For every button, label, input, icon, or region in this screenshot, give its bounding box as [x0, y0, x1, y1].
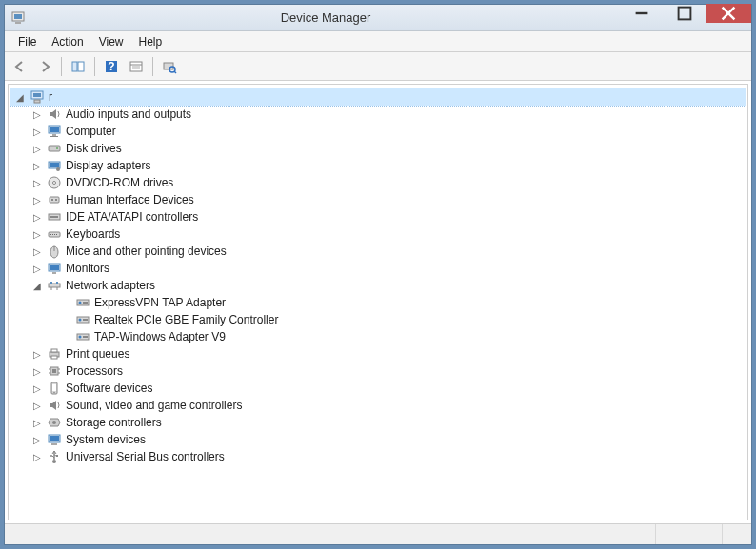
- tree-node-net-realtek[interactable]: ▷ Realtek PCIe GBE Family Controller: [10, 311, 746, 328]
- menu-help[interactable]: Help: [131, 33, 170, 50]
- storage-controller-icon: [47, 415, 62, 430]
- svg-rect-80: [56, 455, 58, 457]
- svg-point-77: [52, 460, 56, 463]
- tree-node-usb[interactable]: ▷ Universal Serial Bus controllers: [10, 448, 746, 465]
- expand-icon[interactable]: ▷: [31, 160, 43, 171]
- tree-node-ide[interactable]: ▷ IDE ATA/ATAPI controllers: [10, 208, 746, 225]
- svg-point-73: [52, 421, 56, 424]
- svg-rect-23: [52, 134, 56, 136]
- expand-icon[interactable]: ▷: [31, 263, 43, 274]
- expand-icon[interactable]: ▷: [31, 245, 43, 257]
- system-device-icon: [47, 432, 62, 447]
- svg-rect-22: [50, 127, 59, 132]
- menu-view[interactable]: View: [91, 33, 131, 50]
- svg-rect-33: [51, 199, 53, 201]
- sound-icon: [47, 398, 62, 413]
- svg-rect-34: [55, 199, 57, 201]
- expand-icon[interactable]: ▷: [31, 400, 43, 411]
- expand-icon[interactable]: ▷: [31, 177, 43, 188]
- svg-text:?: ?: [108, 60, 114, 73]
- tree-node-label: DVD/CD-ROM drives: [66, 176, 173, 189]
- tree-node-mice[interactable]: ▷ Mice and other pointing devices: [10, 243, 746, 260]
- tree-node-sound[interactable]: ▷ Sound, video and game controllers: [10, 397, 746, 414]
- expand-icon[interactable]: ▷: [31, 417, 43, 428]
- svg-rect-49: [56, 282, 58, 284]
- expand-icon[interactable]: ▷: [31, 108, 43, 120]
- svg-rect-71: [52, 384, 56, 391]
- desktop-icon: [47, 124, 62, 139]
- menu-action[interactable]: Action: [44, 33, 90, 50]
- tree-node-net-tapwindows[interactable]: ▷ TAP-Windows Adapter V9: [10, 328, 746, 345]
- expand-icon[interactable]: ▷: [31, 228, 43, 240]
- svg-line-17: [174, 71, 176, 73]
- expand-icon[interactable]: ▷: [31, 194, 43, 206]
- tree-node-audio[interactable]: ▷ Audio inputs and outputs: [10, 106, 746, 123]
- dvd-icon: [47, 175, 62, 190]
- statusbar: [5, 523, 751, 544]
- tree-node-disk[interactable]: ▷ Disk drives: [10, 140, 746, 157]
- display-adapter-icon: [47, 158, 62, 173]
- tree-node-label: Processors: [66, 364, 123, 378]
- svg-point-26: [56, 147, 58, 149]
- minimize-button[interactable]: [620, 4, 663, 23]
- svg-point-59: [79, 336, 82, 339]
- svg-rect-38: [50, 234, 51, 235]
- tree-node-network[interactable]: ◢ Network adapters: [10, 277, 746, 294]
- svg-point-53: [79, 302, 82, 304]
- expand-icon[interactable]: ▷: [31, 126, 43, 137]
- expand-icon[interactable]: ▷: [31, 143, 43, 154]
- tree-node-label: Storage controllers: [66, 416, 162, 429]
- properties-button[interactable]: [125, 55, 148, 78]
- collapse-icon[interactable]: ◢: [14, 91, 26, 103]
- svg-rect-57: [83, 319, 88, 321]
- svg-rect-25: [49, 146, 60, 151]
- toolbar: ?: [5, 52, 751, 81]
- collapse-icon[interactable]: ◢: [31, 280, 43, 291]
- tree-node-label: Network adapters: [66, 279, 155, 292]
- menu-file[interactable]: File: [10, 33, 44, 50]
- expand-icon[interactable]: ▷: [31, 211, 43, 223]
- show-hide-tree-button[interactable]: [67, 55, 90, 78]
- expand-icon[interactable]: ▷: [31, 365, 43, 377]
- expand-icon[interactable]: ▷: [31, 348, 43, 360]
- svg-rect-40: [54, 234, 55, 235]
- toolbar-separator: [152, 57, 153, 76]
- tree-node-system[interactable]: ▷ System devices: [10, 431, 746, 448]
- network-adapter-icon: [75, 329, 90, 344]
- close-button[interactable]: [706, 4, 751, 23]
- svg-rect-63: [51, 356, 57, 359]
- tree-node-display[interactable]: ▷ Display adapters: [10, 157, 746, 174]
- tree-node-label: Keyboards: [66, 227, 120, 241]
- tree-node-label: Mice and other pointing devices: [66, 245, 227, 258]
- tree-node-dvd[interactable]: ▷ DVD/CD-ROM drives: [10, 174, 746, 191]
- titlebar[interactable]: Device Manager: [5, 5, 751, 31]
- tree-node-label: Display adapters: [66, 159, 150, 172]
- back-button[interactable]: [9, 55, 31, 78]
- tree-node-monitors[interactable]: ▷ Monitors: [10, 260, 746, 277]
- tree-node-hid[interactable]: ▷ Human Interface Devices: [10, 191, 746, 208]
- menubar: File Action View Help: [5, 31, 751, 52]
- tree-node-storage[interactable]: ▷ Storage controllers: [10, 414, 746, 431]
- disk-icon: [47, 141, 62, 156]
- device-tree[interactable]: ◢ r ▷ Audio inputs and outputs ▷ Compute…: [8, 84, 748, 520]
- svg-rect-76: [51, 443, 57, 445]
- svg-rect-1: [14, 14, 22, 19]
- tree-node-net-expressvpn[interactable]: ▷ ExpressVPN TAP Adapter: [10, 294, 746, 311]
- maximize-button[interactable]: [663, 4, 706, 23]
- mouse-icon: [47, 244, 62, 259]
- tree-node-label: Sound, video and game controllers: [66, 399, 242, 412]
- tree-node-processors[interactable]: ▷ Processors: [10, 363, 746, 380]
- expand-icon[interactable]: ▷: [31, 382, 43, 394]
- expand-icon[interactable]: ▷: [31, 434, 43, 445]
- device-manager-window: Device Manager File Action View Help ? ◢…: [4, 4, 752, 545]
- tree-node-software[interactable]: ▷ Software devices: [10, 380, 746, 397]
- scan-hardware-button[interactable]: [158, 55, 181, 78]
- tree-root[interactable]: ◢ r: [10, 88, 746, 106]
- forward-button[interactable]: [33, 55, 56, 78]
- tree-node-keyboards[interactable]: ▷ Keyboards: [10, 225, 746, 243]
- expand-icon[interactable]: ▷: [31, 451, 43, 462]
- tree-node-print[interactable]: ▷ Print queues: [10, 345, 746, 363]
- help-button[interactable]: ?: [100, 55, 123, 78]
- tree-node-computer[interactable]: ▷ Computer: [10, 123, 746, 140]
- tree-node-label: IDE ATA/ATAPI controllers: [66, 210, 198, 224]
